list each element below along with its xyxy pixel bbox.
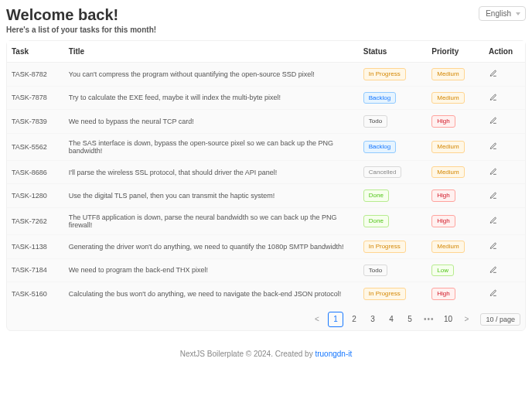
edit-icon[interactable]	[489, 69, 498, 78]
edit-icon[interactable]	[489, 216, 498, 225]
edit-icon[interactable]	[489, 93, 498, 102]
task-priority: Medium	[427, 86, 484, 110]
pagination-next[interactable]: >	[459, 312, 474, 327]
priority-tag: Medium	[431, 166, 464, 179]
task-action	[484, 207, 525, 234]
task-priority: Medium	[427, 63, 484, 87]
task-status: In Progress	[359, 282, 427, 306]
task-status: Todo	[359, 110, 427, 134]
priority-tag: High	[431, 215, 455, 227]
task-priority: Medium	[427, 133, 484, 160]
col-header-task[interactable]: Task	[7, 41, 64, 63]
task-priority: Medium	[427, 234, 484, 258]
status-tag: Done	[363, 189, 389, 202]
status-tag: Backlog	[363, 141, 396, 153]
pagination-page-3[interactable]: 3	[365, 312, 380, 327]
edit-icon[interactable]	[489, 288, 498, 298]
table-header-row: Task Title Status Priority Action	[7, 41, 525, 63]
task-action	[484, 234, 525, 258]
table-row: TASK-8686I'll parse the wireless SSL pro…	[7, 160, 525, 184]
table-row: TASK-1280Use the digital TLS panel, then…	[7, 184, 525, 208]
status-tag: Done	[363, 215, 389, 227]
pagination-ellipsis: •••	[421, 312, 438, 327]
task-title: You can't compress the program without q…	[64, 63, 359, 87]
page-subtitle: Here's a list of your tasks for this mon…	[6, 26, 156, 34]
task-title: Try to calculate the EXE feed, maybe it …	[64, 86, 359, 110]
priority-tag: Low	[431, 265, 454, 277]
task-action	[484, 258, 525, 282]
pagination-page-size[interactable]: 10 / page	[480, 313, 520, 326]
table-row: TASK-7262The UTF8 application is down, p…	[7, 207, 525, 234]
task-action	[484, 86, 525, 110]
task-action	[484, 133, 525, 160]
table-row: TASK-7184We need to program the back-end…	[7, 258, 525, 282]
priority-tag: High	[431, 288, 455, 300]
col-header-action: Action	[484, 41, 525, 63]
task-action	[484, 160, 525, 184]
task-priority: Low	[427, 258, 484, 282]
edit-icon[interactable]	[489, 191, 498, 200]
task-status: In Progress	[359, 234, 427, 258]
status-tag: In Progress	[363, 241, 406, 253]
pagination-page-4[interactable]: 4	[384, 312, 399, 327]
task-id: TASK-7878	[7, 86, 64, 110]
edit-icon[interactable]	[489, 116, 498, 125]
edit-icon[interactable]	[489, 142, 498, 151]
col-header-title[interactable]: Title	[64, 41, 359, 63]
col-header-priority[interactable]: Priority	[427, 41, 484, 63]
task-priority: High	[427, 207, 484, 234]
priority-tag: Medium	[431, 141, 464, 153]
status-tag: Backlog	[363, 92, 396, 104]
task-id: TASK-7839	[7, 110, 64, 134]
edit-icon[interactable]	[489, 265, 498, 275]
task-id: TASK-7184	[7, 258, 64, 282]
task-priority: High	[427, 184, 484, 208]
language-select[interactable]: English	[479, 6, 526, 21]
pagination-page-1[interactable]: 1	[328, 312, 343, 327]
task-action	[484, 110, 525, 134]
language-select-value: English	[486, 9, 511, 18]
task-title: We need to bypass the neural TCP card!	[64, 110, 359, 134]
priority-tag: Medium	[431, 68, 464, 80]
pagination-prev[interactable]: <	[309, 312, 325, 327]
col-header-status[interactable]: Status	[359, 41, 427, 63]
task-title: I'll parse the wireless SSL protocol, th…	[64, 160, 359, 184]
status-tag: Todo	[363, 115, 387, 128]
pagination-page-last[interactable]: 10	[440, 312, 455, 327]
task-id: TASK-5562	[7, 133, 64, 160]
task-title: The UTF8 application is down, parse the …	[64, 207, 359, 234]
task-id: TASK-1280	[7, 184, 64, 208]
pagination-page-2[interactable]: 2	[346, 312, 362, 327]
footer-text: NextJS Boilerplate © 2024. Created by	[180, 350, 315, 358]
task-title: We need to program the back-end THX pixe…	[64, 258, 359, 282]
task-id: TASK-1138	[7, 234, 64, 258]
task-table: Task Title Status Priority Action TASK-8…	[7, 41, 525, 306]
task-action	[484, 282, 525, 306]
task-id: TASK-8686	[7, 160, 64, 184]
status-tag: Todo	[363, 265, 387, 277]
task-status: Backlog	[359, 133, 427, 160]
task-priority: High	[427, 282, 484, 306]
pagination-page-5[interactable]: 5	[402, 312, 418, 327]
table-row: TASK-5562The SAS interface is down, bypa…	[7, 133, 525, 160]
task-action	[484, 184, 525, 208]
task-title: The SAS interface is down, bypass the op…	[64, 133, 359, 160]
footer-author-link[interactable]: truongdn-it	[315, 350, 352, 358]
task-priority: High	[427, 110, 484, 134]
task-id: TASK-8782	[7, 63, 64, 87]
pagination: < 1 2 3 4 5 ••• 10 > 10 / page	[7, 306, 525, 330]
task-status: Cancelled	[359, 160, 427, 184]
table-row: TASK-1138Generating the driver won't do …	[7, 234, 525, 258]
task-status: Todo	[359, 258, 427, 282]
edit-icon[interactable]	[489, 167, 498, 176]
table-row: TASK-7878Try to calculate the EXE feed, …	[7, 86, 525, 110]
edit-icon[interactable]	[489, 241, 498, 251]
task-priority: Medium	[427, 160, 484, 184]
priority-tag: High	[431, 115, 455, 128]
page-title: Welcome back!	[6, 6, 156, 24]
task-id: TASK-5160	[7, 282, 64, 306]
table-row: TASK-7839We need to bypass the neural TC…	[7, 110, 525, 134]
priority-tag: Medium	[431, 241, 464, 253]
status-tag: In Progress	[363, 68, 406, 80]
task-id: TASK-7262	[7, 207, 64, 234]
